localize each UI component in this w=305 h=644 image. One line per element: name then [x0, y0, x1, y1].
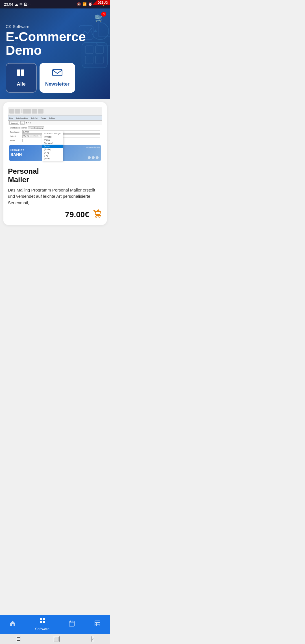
cart-badge: 0	[101, 12, 106, 17]
editor-toolbar	[8, 107, 102, 116]
category-tab-alle[interactable]: Alle	[6, 63, 37, 93]
category-tabs: Alle Newsletter	[6, 63, 104, 93]
more-icon: ···	[29, 2, 32, 6]
newsletter-label: Newsletter	[45, 81, 69, 87]
editor-screenshot: Datei Zwischenablage Schriftart Absatz E…	[8, 107, 102, 163]
add-cart-icon	[93, 209, 102, 218]
alarm-icon: ⏰	[88, 2, 92, 6]
product-description: Das Mailing Programm Personal Mailer ers…	[8, 187, 102, 206]
category-tab-newsletter[interactable]: Newsletter	[40, 63, 75, 93]
alle-icon	[17, 69, 26, 79]
hero-subtitle: CK Software	[6, 24, 104, 29]
product-name: PersonalMailer	[8, 167, 102, 184]
image-status-icon: 🖼	[24, 2, 27, 6]
cloud-icon: ☁	[14, 2, 18, 6]
hero-title: E-CommerceDemo	[6, 30, 104, 57]
mail-status-icon: ✉	[19, 2, 23, 6]
status-time-area: 23:04 ☁ ✉ 🖼 ···	[4, 2, 31, 6]
status-time: 23:04	[4, 2, 13, 6]
product-image: Datei Zwischenablage Schriftart Absatz E…	[8, 107, 102, 163]
svg-rect-14	[17, 69, 20, 76]
newsletter-icon	[52, 69, 62, 79]
scroll-content: Datei Zwischenablage Schriftart Absatz E…	[0, 102, 110, 259]
mute-icon: 🔇	[77, 2, 81, 6]
svg-rect-16	[53, 69, 62, 76]
product-price: 79.00€	[65, 210, 89, 219]
svg-point-18	[99, 216, 100, 217]
cart-button[interactable]: 🛒 0	[95, 13, 104, 22]
angebote-text: - Angebote der Woche -	[9, 162, 101, 163]
textfield-dropdown: ✎ Textfeld einfügen [Anrede] [Firma] [Vo…	[42, 131, 63, 161]
product-card: Datei Zwischenablage Schriftart Absatz E…	[3, 102, 107, 225]
product-price-row: 79.00€	[8, 209, 102, 220]
cart-area: 🛒 0	[6, 13, 104, 22]
add-to-cart-button[interactable]	[93, 209, 102, 220]
svg-rect-15	[21, 69, 24, 76]
hero-section: 🛒 0 CK Software E-CommerceDemo Alle	[0, 8, 110, 99]
svg-point-17	[96, 216, 97, 217]
wifi-icon: 📶	[82, 2, 87, 6]
alle-label: Alle	[17, 81, 25, 87]
svg-point-4	[22, 59, 23, 60]
